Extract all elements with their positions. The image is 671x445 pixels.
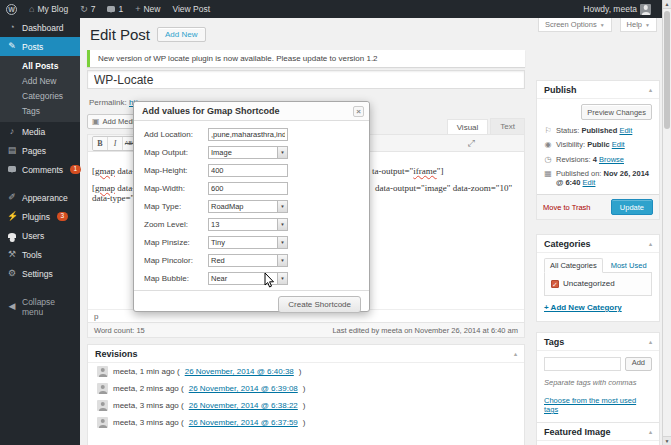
page-title: Edit Post <box>90 26 150 43</box>
updates-link[interactable]: ↻ 7 <box>74 0 101 18</box>
published-on-row: ▦ Published on: Nov 26, 2014 @ 6:40 Edit <box>544 169 652 187</box>
revision-row: meeta, 3 mins ago (26 November, 2014 @ 6… <box>88 414 524 431</box>
help-tab[interactable]: Help ▼ <box>620 18 657 32</box>
avatar <box>97 383 108 394</box>
preview-changes-button[interactable]: Preview Changes <box>581 104 652 120</box>
revision-link[interactable]: 26 November, 2014 @ 6:40:38 <box>185 367 294 376</box>
wordpress-menu[interactable]: W <box>0 0 23 18</box>
map-height-input[interactable] <box>208 164 288 177</box>
move-to-trash-link[interactable]: Move to Trash <box>543 203 591 212</box>
pages-icon: ▤ <box>7 146 17 155</box>
revision-link[interactable]: 26 November, 2014 @ 6:39:08 <box>189 384 298 393</box>
scroll-down-icon[interactable]: ▼ <box>663 436 671 445</box>
map-output-select[interactable]: Image▼ <box>208 146 288 159</box>
map-pincolor-select[interactable]: Red▼ <box>208 254 288 267</box>
sidebar-item-tools[interactable]: ⚒ Tools <box>0 245 80 264</box>
visibility-row: ◉ Visibility: Public Edit <box>544 140 652 149</box>
comments-badge: 1 <box>70 165 81 174</box>
avatar <box>97 400 108 411</box>
vertical-scrollbar[interactable]: ▲ ▼ <box>662 0 671 445</box>
edit-visibility-link[interactable]: Edit <box>612 140 625 149</box>
create-shortcode-button[interactable]: Create Shortcode <box>278 296 361 313</box>
tab-most-used[interactable]: Most Used <box>609 259 649 272</box>
sidebar-item-pages[interactable]: ▤ Pages <box>0 141 80 160</box>
collapse-menu-button[interactable]: ◀ Collapse menu <box>0 292 80 321</box>
new-content-menu[interactable]: + New <box>129 0 166 18</box>
submenu-tags[interactable]: Tags <box>0 103 80 118</box>
comments-link[interactable]: 1 <box>101 0 129 18</box>
gmap-shortcode-dialog: Add values for Gmap Shortcode × Add Loca… <box>133 101 370 312</box>
view-post-link[interactable]: View Post <box>166 0 216 18</box>
panel-toggle-icon[interactable]: ▴ <box>649 338 652 345</box>
screen-options-tab[interactable]: Screen Options ▼ <box>538 18 612 32</box>
shortcode-line1-right: ta-output="iframe"] <box>372 166 443 176</box>
close-icon[interactable]: × <box>353 106 364 117</box>
tags-title: Tags <box>544 337 564 347</box>
sidebar-item-dashboard[interactable]: ◔ Dashboard <box>0 18 80 37</box>
my-blog-link[interactable]: ⌂ My Blog <box>23 0 74 18</box>
scroll-up-icon[interactable]: ▲ <box>663 0 671 9</box>
dropdown-arrow-icon: ▼ <box>277 273 287 284</box>
sidebar-item-media[interactable]: ♪ Media <box>0 122 80 141</box>
panel-toggle-icon[interactable]: ▴ <box>649 240 652 247</box>
map-width-input[interactable] <box>208 182 288 195</box>
sidebar-item-plugins[interactable]: ⚡ Plugins 3 <box>0 207 80 226</box>
categories-title: Categories <box>544 239 591 249</box>
featured-image-title: Featured Image <box>544 427 611 437</box>
calendar-icon: ▦ <box>544 169 552 187</box>
scrollbar-thumb[interactable] <box>664 11 670 129</box>
zoom-level-select[interactable]: 13▼ <box>208 218 288 231</box>
category-item: ✓ Uncategorized <box>551 279 645 288</box>
sidebar-item-appearance[interactable]: ✐ Appearance <box>0 188 80 207</box>
plus-icon: + <box>135 5 140 14</box>
bold-button[interactable]: B <box>93 137 108 150</box>
distraction-free-icon[interactable]: ⤢ <box>468 138 475 149</box>
add-tag-button[interactable]: Add <box>625 357 652 371</box>
add-new-category-link[interactable]: + Add New Category <box>544 303 622 312</box>
post-title-input[interactable] <box>87 70 525 89</box>
update-button[interactable]: Update <box>611 199 653 215</box>
panel-toggle-icon[interactable]: ▴ <box>514 350 517 357</box>
add-new-button[interactable]: Add New <box>157 27 205 42</box>
submenu-add-new[interactable]: Add New <box>0 73 80 88</box>
submenu-all-posts[interactable]: All Posts <box>0 58 80 73</box>
tab-all-categories[interactable]: All Categories <box>544 258 603 273</box>
map-pinsize-select[interactable]: Tiny▼ <box>208 236 288 249</box>
dropdown-arrow-icon: ▼ <box>277 237 287 248</box>
category-label[interactable]: Uncategorized <box>563 279 615 288</box>
dropdown-arrow-icon: ▼ <box>277 201 287 212</box>
revision-row: meeta, 1 min ago (26 November, 2014 @ 6:… <box>88 363 524 380</box>
category-list: ✓ Uncategorized <box>544 272 652 296</box>
panel-toggle-icon[interactable]: ▴ <box>649 86 652 93</box>
tags-hint: Separate tags with commas <box>544 378 652 387</box>
comment-bubble-icon <box>107 6 115 12</box>
sidebar-item-comments[interactable]: Comments 1 <box>0 160 80 179</box>
eye-icon: ◉ <box>544 140 552 149</box>
most-used-tags-link[interactable]: Choose from the most used tags <box>544 396 652 414</box>
panel-toggle-icon[interactable]: ▴ <box>649 428 652 435</box>
sidebar-item-posts[interactable]: ✎ Posts <box>0 37 80 56</box>
revision-link[interactable]: 26 November, 2014 @ 6:37:59 <box>189 418 298 427</box>
collapse-arrow-icon: ◀ <box>7 302 17 311</box>
avatar <box>97 417 108 428</box>
map-bubble-select[interactable]: Near▼ <box>208 272 288 285</box>
edit-status-link[interactable]: Edit <box>619 126 632 135</box>
add-location-input[interactable] <box>208 128 288 141</box>
italic-button[interactable]: I <box>108 137 123 150</box>
sidebar-item-users[interactable]: Users <box>0 226 80 245</box>
browse-revisions-link[interactable]: Browse <box>599 155 624 164</box>
uncategorized-checkbox[interactable]: ✓ <box>551 280 559 288</box>
howdy-menu[interactable]: Howdy, meeta <box>577 4 657 15</box>
map-type-select[interactable]: RoadMap▼ <box>208 200 288 213</box>
howdy-label: Howdy, meeta <box>583 4 637 14</box>
submenu-categories[interactable]: Categories <box>0 88 80 103</box>
revisions-panel: Revisions ▴ meeta, 1 min ago (26 Novembe… <box>87 344 525 445</box>
admin-menu: ◔ Dashboard ✎ Posts All Posts Add New Ca… <box>0 18 80 445</box>
plugins-icon: ⚡ <box>7 212 17 221</box>
comments-icon <box>7 165 17 174</box>
tags-input[interactable] <box>544 357 621 371</box>
edit-date-link[interactable]: Edit <box>583 178 596 187</box>
revision-link[interactable]: 26 November, 2014 @ 6:38:22 <box>189 401 298 410</box>
revision-row: meeta, 2 mins ago (26 November, 2014 @ 6… <box>88 380 524 397</box>
sidebar-item-settings[interactable]: ⚙ Settings <box>0 264 80 283</box>
